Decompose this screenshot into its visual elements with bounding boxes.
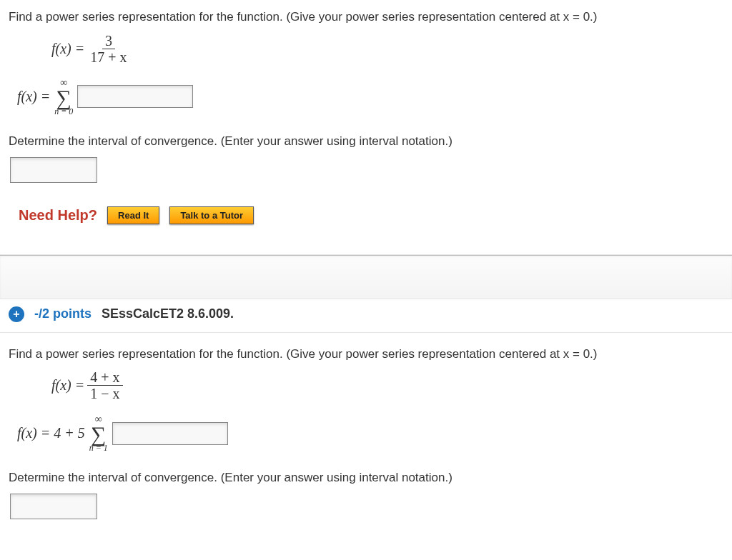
question-header: + -/2 points SEssCalcET2 8.6.009. <box>0 299 732 324</box>
sigma-lower: n = 1 <box>89 444 108 452</box>
fraction: 3 17 + x <box>87 33 129 65</box>
function-definition: f(x) = 3 17 + x <box>51 33 723 65</box>
expand-icon[interactable]: + <box>9 306 24 322</box>
fraction-denominator: 17 + x <box>87 49 129 65</box>
sigma-icon: ∑ <box>56 88 71 107</box>
question-code: SEssCalcET2 8.6.009. <box>102 306 234 321</box>
interval-prompt: Determine the interval of convergence. (… <box>9 133 723 150</box>
sigma-icon: ∑ <box>91 424 106 444</box>
sigma-notation: ∞ ∑ n = 0 <box>54 78 73 116</box>
fraction: 4 + x 1 − x <box>87 369 122 401</box>
question-1: Find a power series representation for t… <box>0 0 732 246</box>
fx-lhs: f(x) = <box>51 41 84 57</box>
talk-to-tutor-button[interactable]: Talk to a Tutor <box>169 206 254 224</box>
prompt-text: Find a power series representation for t… <box>9 9 723 26</box>
points-label: -/2 points <box>34 306 92 321</box>
fraction-denominator: 1 − x <box>87 386 122 401</box>
answer-lhs: f(x) = <box>17 89 50 105</box>
function-definition: f(x) = 4 + x 1 − x <box>51 369 723 401</box>
fraction-numerator: 3 <box>102 33 115 49</box>
answer-lhs: f(x) = 4 + 5 <box>17 425 85 441</box>
series-answer-row: f(x) = 4 + 5 ∞ ∑ n = 1 <box>17 414 723 452</box>
interval-input[interactable] <box>10 157 97 183</box>
need-help-label: Need Help? <box>19 207 97 224</box>
series-answer-row: f(x) = ∞ ∑ n = 0 <box>17 78 723 116</box>
read-it-button[interactable]: Read It <box>107 206 159 224</box>
fx-lhs: f(x) = <box>51 377 84 394</box>
interval-input[interactable] <box>10 494 97 519</box>
series-term-input[interactable] <box>112 422 228 445</box>
need-help-row: Need Help? Read It Talk to a Tutor <box>19 206 723 224</box>
interval-prompt: Determine the interval of convergence. (… <box>9 469 723 486</box>
sigma-notation: ∞ ∑ n = 1 <box>89 414 108 452</box>
question-2: Find a power series representation for t… <box>0 333 732 532</box>
fraction-numerator: 4 + x <box>87 369 122 386</box>
series-term-input[interactable] <box>77 85 193 108</box>
section-gap <box>0 255 732 299</box>
sigma-lower: n = 0 <box>54 107 73 116</box>
prompt-text: Find a power series representation for t… <box>9 346 723 363</box>
